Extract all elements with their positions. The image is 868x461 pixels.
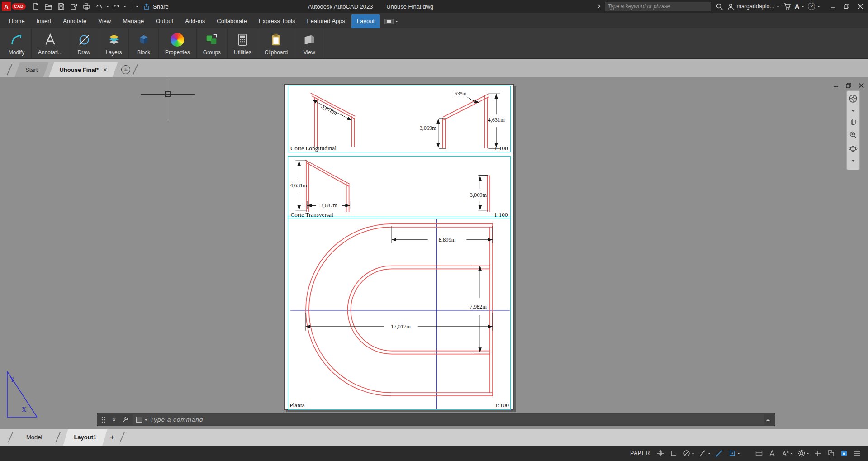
- autodesk-app-button[interactable]: A: [795, 3, 804, 10]
- drawing-close-button[interactable]: [858, 82, 864, 89]
- new-layout-button[interactable]: +: [110, 433, 114, 442]
- new-drawing-button[interactable]: +: [121, 65, 130, 74]
- plot-button[interactable]: [81, 1, 92, 12]
- chevron-right-icon[interactable]: [597, 4, 601, 9]
- redo-dropdown-icon[interactable]: [123, 6, 126, 9]
- dynamic-input-icon[interactable]: [669, 448, 678, 458]
- ribbon-display-toggle[interactable]: [381, 14, 402, 28]
- file-tab-active-document[interactable]: Uhouse Final* ×: [48, 62, 118, 77]
- undo-button[interactable]: [94, 1, 104, 12]
- ribbon-tab-output[interactable]: Output: [150, 14, 179, 28]
- navigation-bar[interactable]: [846, 90, 860, 170]
- ribbon-tab-featured-apps[interactable]: Featured Apps: [301, 14, 351, 28]
- ribbon-panel-draw[interactable]: Draw: [69, 28, 99, 58]
- paper-space-label[interactable]: PAPER: [630, 450, 650, 456]
- customization-menu-icon[interactable]: [853, 448, 862, 458]
- ribbon-tab-annotate[interactable]: Annotate: [57, 14, 92, 28]
- ribbon-panel-layers[interactable]: Layers: [99, 28, 129, 58]
- isodraft-dropdown-icon[interactable]: [692, 453, 694, 456]
- command-history-icon[interactable]: [766, 417, 770, 421]
- model-tab[interactable]: Model: [15, 429, 53, 446]
- isolate-objects-icon[interactable]: [826, 448, 835, 458]
- object-snap-tracking-icon[interactable]: [698, 448, 707, 458]
- drawing-area[interactable]: 3,878m 3,069m 4,631m 63°m Corte Longitud…: [0, 78, 868, 429]
- pan-hand-icon[interactable]: [849, 116, 858, 127]
- save-as-button[interactable]: [68, 1, 79, 12]
- command-close-icon[interactable]: ×: [109, 416, 119, 423]
- new-file-button[interactable]: [30, 1, 41, 12]
- ribbon-panel-properties[interactable]: Properties: [159, 28, 197, 58]
- workspace-control[interactable]: [797, 448, 809, 458]
- viewport-corte-transversal[interactable]: 4,631m 3,687m 3,069m Corte Transversal 1…: [288, 156, 511, 219]
- redo-button[interactable]: [111, 1, 122, 12]
- ribbon-panel-utilities[interactable]: Utilities: [228, 28, 258, 58]
- layout1-tab[interactable]: Layout1: [63, 429, 107, 446]
- undo-dropdown-icon[interactable]: [106, 6, 109, 9]
- save-button[interactable]: [56, 1, 66, 12]
- command-input[interactable]: Type a command: [133, 414, 764, 425]
- osnap-tracking-dropdown-icon[interactable]: [708, 453, 711, 456]
- layout-paper-sheet[interactable]: 3,878m 3,069m 4,631m 63°m Corte Longitud…: [284, 84, 514, 410]
- viewport-maximize-icon[interactable]: [754, 448, 764, 458]
- search-input[interactable]: [608, 3, 708, 10]
- drawing-minimize-button[interactable]: [833, 82, 839, 89]
- ribbon-tab-insert[interactable]: Insert: [31, 14, 57, 28]
- annotation-scale-dropdown-icon[interactable]: [790, 453, 793, 456]
- annotation-visibility-icon[interactable]: [768, 448, 777, 458]
- cart-icon[interactable]: [783, 2, 791, 10]
- ribbon-panel-modify[interactable]: Modify: [2, 28, 32, 58]
- annotation-add-scales-icon[interactable]: [813, 448, 822, 458]
- close-button[interactable]: [854, 0, 867, 13]
- zoom-icon[interactable]: [849, 130, 858, 141]
- navigation-wheel-icon[interactable]: [848, 94, 858, 105]
- file-tab-start[interactable]: Start: [14, 62, 48, 77]
- ribbon-panel-clipboard[interactable]: Clipboard: [258, 28, 294, 58]
- isodraft-icon[interactable]: [682, 448, 691, 458]
- share-button[interactable]: Share: [143, 3, 169, 10]
- polar-tracking-icon[interactable]: [715, 448, 724, 458]
- command-customize-icon[interactable]: [119, 416, 131, 423]
- isodraft-control[interactable]: [682, 448, 694, 458]
- ribbon-tab-manage[interactable]: Manage: [117, 14, 149, 28]
- ribbon-panel-annotation[interactable]: Annotati...: [32, 28, 69, 58]
- help-button[interactable]: ?: [808, 3, 820, 10]
- object-snap-dropdown-icon[interactable]: [737, 453, 740, 456]
- open-file-button[interactable]: [43, 1, 54, 12]
- viewport-planta[interactable]: 8,899m 7,982m 17,017m Planta 1:100: [288, 217, 511, 410]
- ribbon-panel-groups[interactable]: Groups: [197, 28, 228, 58]
- ribbon-tab-addins[interactable]: Add-ins: [180, 14, 210, 28]
- search-field[interactable]: [605, 2, 711, 11]
- osnap-tracking-control[interactable]: [698, 448, 711, 458]
- object-snap-icon[interactable]: [728, 448, 737, 458]
- ribbon-tab-view[interactable]: View: [93, 14, 116, 28]
- qat-customize-icon[interactable]: [136, 6, 138, 9]
- navbar-more-icon[interactable]: [852, 160, 854, 163]
- annotation-scale-control[interactable]: [781, 448, 793, 458]
- viewport-corte-longitudinal[interactable]: 3,878m 3,069m 4,631m 63°m Corte Longitud…: [288, 86, 511, 152]
- file-tab-close-icon[interactable]: ×: [103, 62, 107, 77]
- orbit-icon[interactable]: [849, 144, 858, 155]
- command-prompt-icon[interactable]: [136, 417, 142, 423]
- workspace-dropdown-icon[interactable]: [806, 453, 809, 456]
- navbar-dropdown-icon[interactable]: [852, 110, 854, 113]
- ribbon-panel-block[interactable]: Block: [129, 28, 159, 58]
- search-icon[interactable]: [715, 2, 723, 10]
- ribbon-tab-collaborate[interactable]: Collaborate: [211, 14, 252, 28]
- autocad-logo[interactable]: A CAD: [2, 2, 26, 11]
- grid-tracking-icon[interactable]: [656, 448, 665, 458]
- command-line[interactable]: × Type a command: [97, 413, 775, 426]
- drawing-restore-button[interactable]: [845, 82, 852, 89]
- restore-button[interactable]: [840, 0, 854, 13]
- user-account-button[interactable]: margaridaplo...: [727, 3, 779, 10]
- minimize-button[interactable]: [826, 0, 840, 13]
- ribbon-tab-layout[interactable]: Layout: [351, 14, 380, 28]
- annotation-scale-icon[interactable]: [781, 448, 790, 458]
- ribbon-tab-home[interactable]: Home: [4, 14, 30, 28]
- workspace-gear-icon[interactable]: [797, 448, 806, 458]
- ribbon-panel-view[interactable]: View: [294, 28, 324, 58]
- object-snap-control[interactable]: [728, 448, 740, 458]
- graphics-performance-icon[interactable]: [840, 448, 849, 458]
- command-prompt-dropdown-icon[interactable]: [145, 419, 147, 422]
- ribbon-tab-express-tools[interactable]: Express Tools: [253, 14, 301, 28]
- command-drag-handle[interactable]: [97, 416, 109, 423]
